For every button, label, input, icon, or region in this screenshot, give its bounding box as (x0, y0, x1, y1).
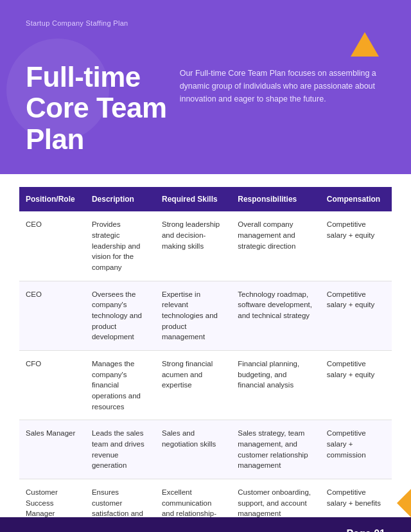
table-header-row: Position/Role Description Required Skill… (19, 187, 392, 211)
cell-position: CEO (19, 211, 85, 281)
cell-skills: Strong financial acumen and expertise (155, 350, 231, 420)
col-position: Position/Role (19, 187, 85, 211)
cell-position: Sales Manager (19, 420, 85, 479)
cell-skills: Sales and negotiation skills (155, 420, 231, 479)
cell-compensation: Competitive salary + equity (320, 281, 392, 350)
cell-compensation: Competitive salary + equity (320, 211, 392, 281)
table-row: CEOOversees the company's technology and… (19, 281, 392, 350)
header-description-block: Our Full-time Core Team Plan focuses on … (180, 62, 385, 105)
cell-compensation: Competitive salary + equity (320, 350, 392, 420)
cell-responsibilities: Sales strategy, team management, and cus… (231, 420, 320, 479)
header-description: Our Full-time Core Team Plan focuses on … (180, 67, 385, 105)
cell-responsibilities: Overall company management and strategic… (231, 211, 320, 281)
table-container: Position/Role Description Required Skill… (0, 174, 411, 532)
title-block: Full-time Core Team Plan (26, 62, 167, 155)
footer-page: Page 01 (347, 528, 385, 532)
cell-compensation: Competitive salary + commission (320, 420, 392, 479)
cell-skills: Expertise in relevant technologies and p… (155, 281, 231, 350)
page: Startup Company Staffing Plan Full-time … (0, 0, 411, 532)
table-row: CEOProvides strategic leadership and vis… (19, 211, 392, 281)
col-description: Description (85, 187, 155, 211)
footer: www.companyname.com Page 01 (0, 517, 411, 532)
col-skills: Required Skills (155, 187, 231, 211)
main-title: Full-time Core Team Plan (26, 62, 167, 155)
triangle-accent-icon (351, 32, 379, 57)
header-top-row: Startup Company Staffing Plan (26, 19, 385, 57)
cell-position: CEO (19, 281, 85, 350)
subtitle-label: Startup Company Staffing Plan (26, 19, 128, 27)
table-row: CFOManages the company's financial opera… (19, 350, 392, 420)
table-row: Sales ManagerLeads the sales team and dr… (19, 420, 392, 479)
cell-skills: Strong leadership and decision-making sk… (155, 211, 231, 281)
cell-responsibilities: Technology roadmap, software development… (231, 281, 320, 350)
cell-description: Manages the company's financial operatio… (85, 350, 155, 420)
header-content: Full-time Core Team Plan Our Full-time C… (26, 62, 385, 155)
col-compensation: Compensation (320, 187, 392, 211)
cell-description: Leads the sales team and drives revenue … (85, 420, 155, 479)
col-responsibilities: Responsibilities (231, 187, 320, 211)
footer-url: www.companyname.com (26, 530, 104, 532)
header: Startup Company Staffing Plan Full-time … (0, 0, 411, 168)
cell-position: CFO (19, 350, 85, 420)
cell-description: Oversees the company's technology and pr… (85, 281, 155, 350)
cell-description: Provides strategic leadership and vision… (85, 211, 155, 281)
footer-accent-icon (397, 489, 411, 517)
cell-responsibilities: Financial planning, budgeting, and finan… (231, 350, 320, 420)
staffing-table: Position/Role Description Required Skill… (19, 187, 392, 532)
